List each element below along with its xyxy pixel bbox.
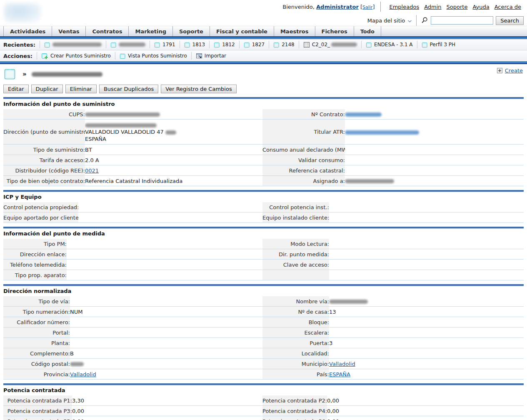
redacted-value <box>85 123 157 128</box>
field-row: Tipo de bien objeto contrato:Referencia … <box>3 176 524 186</box>
section-table: Control potencia propiedad:Control poten… <box>3 202 524 223</box>
field-value-link[interactable]: ESPAÑA <box>329 371 350 378</box>
field-value: BT <box>85 147 92 153</box>
tab-todo[interactable]: Todo <box>354 26 381 36</box>
field-label: Control potencia inst.: <box>262 202 329 212</box>
logout-link[interactable]: Salir <box>362 5 372 10</box>
user-link[interactable]: Administrator <box>316 4 359 10</box>
field-value-cell: Valladolid <box>329 359 524 369</box>
field-value-cell <box>329 212 524 223</box>
field-value-cell <box>85 109 262 120</box>
form-icon <box>303 42 310 48</box>
field-value: 3,30 <box>72 398 84 404</box>
recent-item-endesa-3-1-a[interactable]: ENDESA - 3.1 A <box>361 41 417 48</box>
search-input[interactable] <box>431 16 493 25</box>
top-link-admin[interactable]: Admin <box>424 4 441 10</box>
button-duplicar[interactable]: Duplicar <box>31 85 63 93</box>
tab-actividades[interactable]: Actividades <box>4 26 52 36</box>
recent-item-redacted[interactable] <box>106 41 150 48</box>
welcome-prefix: Bienvenido, <box>282 4 315 10</box>
recent-item-1813[interactable]: 1813 <box>180 41 210 48</box>
field-value: 0,00 <box>72 408 84 414</box>
button-ver-registro-de-cambios[interactable]: Ver Registro de Cambios <box>161 85 236 93</box>
action-item-importar[interactable]: Importar <box>191 52 230 60</box>
search-icon <box>421 17 428 24</box>
field-value-cell: Valladolid <box>70 369 262 380</box>
recent-item-1812[interactable]: 1812 <box>209 41 239 48</box>
field-value-link[interactable]: 0021 <box>85 168 99 174</box>
field-value: 13 <box>329 309 336 315</box>
field-label: CUPS: <box>3 109 85 120</box>
record-cube-icon <box>3 67 17 82</box>
field-label: Modo Lectura: <box>262 239 329 249</box>
action-item-vista-puntos-suministro[interactable]: Vista Puntos Suministro <box>115 52 191 60</box>
recent-item-perfil-3-ph[interactable]: Perfil 3 PH <box>417 41 460 48</box>
recent-item-c2-02[interactable]: C2_02_ <box>299 41 361 48</box>
field-label: Titular ATR: <box>262 120 345 145</box>
field-row: Código postal:Municipio:Valladolid <box>3 359 524 369</box>
search-button[interactable]: Search <box>496 16 524 25</box>
tab-marketing[interactable]: Marketing <box>129 26 172 36</box>
redacted-value <box>345 179 394 183</box>
field-label: Bloque: <box>262 317 329 328</box>
field-label: Clave de acceso: <box>262 260 329 270</box>
section-title-direcci-n-normalizada: Dirección normalizada <box>3 288 524 294</box>
field-value: 0,00 <box>327 398 339 404</box>
section-table: Tipo de vía:Nombre vía:Tipo numeración:N… <box>3 296 524 380</box>
cube-icon <box>214 42 220 48</box>
tab-maestros[interactable]: Maestros <box>274 26 315 36</box>
section-title-informaci-n-del-punto-de-suministro: Información del punto de suministro <box>3 101 524 107</box>
field-value-link[interactable]: Valladolid <box>329 361 355 367</box>
field-value-cell: BT <box>85 145 262 155</box>
breadcrumb-separator: » <box>22 70 27 78</box>
create-button[interactable]: Create <box>505 68 523 74</box>
field-label: Tipo prop. aparato: <box>3 270 67 280</box>
redacted-link-value[interactable] <box>345 130 419 135</box>
recent-item-1791[interactable]: 1791 <box>150 41 180 48</box>
field-row: Control potencia propiedad:Control poten… <box>3 202 524 212</box>
section-title-icp-y-equipo: ICP y Equipo <box>3 194 524 200</box>
recent-item-2148[interactable]: 2148 <box>269 41 299 48</box>
redacted-text <box>331 42 357 47</box>
tab-contratos[interactable]: Contratos <box>86 26 129 36</box>
tab-ficheros[interactable]: Ficheros <box>315 26 354 36</box>
button-editar[interactable]: Editar <box>3 85 29 93</box>
record-header: » Create <box>3 67 524 82</box>
field-label: Portal: <box>3 328 70 338</box>
field-label: Escalera: <box>262 328 329 338</box>
field-value-cell <box>345 120 524 145</box>
top-link-soporte[interactable]: Soporte <box>447 4 468 10</box>
tab-ventas[interactable]: Ventas <box>52 26 86 36</box>
divider-bar-navy-bottom <box>0 63 527 64</box>
field-label: Complemento: <box>3 348 70 359</box>
sitemap-button[interactable]: Mapa del sitio <box>367 18 412 24</box>
logo <box>4 3 41 22</box>
top-link-empleados[interactable]: Empleados <box>389 4 419 10</box>
top-link-acerca-de[interactable]: Acerca de <box>495 4 521 10</box>
field-row: Potencia contratada P1:3,30Potencia cont… <box>3 395 524 406</box>
recent-item-1827[interactable]: 1827 <box>239 41 269 48</box>
field-label: Distribuidor (código REE): <box>3 165 85 176</box>
field-row: Dirección (punto de suministro):VALLADOL… <box>3 120 524 145</box>
section-title-potencia-contratada: Potencia contratada <box>3 387 524 393</box>
tab-soporte[interactable]: Soporte <box>173 26 210 36</box>
action-item-crear-puntos-suministro[interactable]: Crear Puntos Suministro <box>37 52 115 60</box>
action-item-label: Vista Puntos Suministro <box>128 53 187 59</box>
button-eliminar[interactable]: Eliminar <box>65 85 97 93</box>
recent-item-redacted[interactable] <box>40 41 106 48</box>
button-buscar-duplicados[interactable]: Buscar Duplicados <box>99 85 158 93</box>
cube-icon <box>422 42 428 48</box>
tab-fiscal-y-contable[interactable]: Fiscal y contable <box>210 26 274 36</box>
field-value-link[interactable]: Valladolid <box>70 371 96 378</box>
field-value: 0,00 <box>327 418 339 420</box>
field-value-cell <box>67 260 262 270</box>
field-value-cell: 0,00 <box>327 416 524 420</box>
redacted-link-value[interactable] <box>345 112 382 117</box>
redacted-value <box>70 362 84 366</box>
field-value-cell <box>329 328 524 338</box>
record-buttons: EditarDuplicarEliminarBuscar DuplicadosV… <box>3 85 524 93</box>
field-label: Control potencia propiedad: <box>3 202 78 212</box>
redacted-value <box>85 112 160 117</box>
field-label: Código postal: <box>3 359 70 369</box>
top-link-ayuda[interactable]: Ayuda <box>472 4 489 10</box>
